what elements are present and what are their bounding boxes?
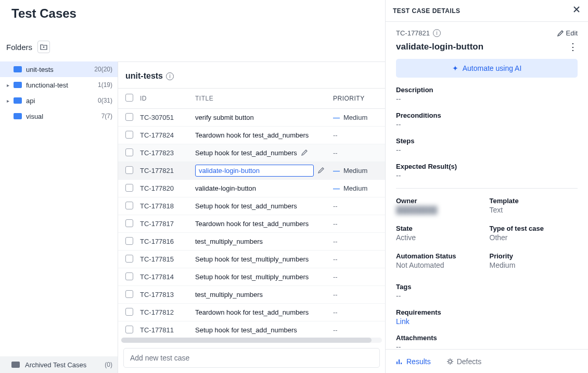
- sidebar-folder-api[interactable]: ▸api0(31): [0, 93, 118, 108]
- priority-value: Medium: [490, 261, 578, 269]
- title-edit-input[interactable]: [195, 165, 314, 177]
- select-all-checkbox[interactable]: [125, 94, 133, 102]
- row-id: TC-177824: [140, 131, 195, 139]
- table-row[interactable]: TC-177820validate-login-button—Medium: [118, 180, 385, 197]
- close-button[interactable]: [572, 5, 581, 16]
- row-priority: --: [333, 131, 338, 139]
- info-icon[interactable]: i: [433, 29, 441, 37]
- row-id: TC-177814: [140, 273, 195, 281]
- row-priority: --: [333, 255, 338, 263]
- pencil-icon: [557, 30, 564, 36]
- edit-button[interactable]: Edit: [557, 29, 578, 37]
- row-priority: --: [333, 308, 338, 316]
- table-row[interactable]: TC-177815Setup hook for test_multiply_nu…: [118, 251, 385, 268]
- chart-icon: [396, 358, 403, 365]
- automate-ai-button[interactable]: ✦ Automate using AI: [396, 59, 578, 78]
- preconditions-label: Preconditions: [396, 111, 578, 119]
- priority-label: Priority: [490, 252, 578, 260]
- add-test-case-input[interactable]: Add new test case: [123, 348, 380, 368]
- requirements-link[interactable]: Link: [396, 317, 578, 326]
- row-id: TC-177815: [140, 255, 195, 263]
- sidebar-folder-functional-test[interactable]: ▸functional-test1(19): [0, 77, 118, 93]
- sidebar: Folders ▸unit-tests20(20)▸functional-tes…: [0, 35, 118, 373]
- table-row[interactable]: TC-177821—Medium: [118, 162, 385, 180]
- row-checkbox[interactable]: [125, 202, 133, 209]
- row-checkbox[interactable]: [125, 255, 133, 263]
- table-row[interactable]: TC-177811Setup hook for test_add_numbers…: [118, 321, 385, 335]
- folder-name: api: [26, 97, 98, 105]
- row-id: TC-177817: [140, 220, 195, 228]
- chevron-right-icon[interactable]: ▸: [4, 98, 11, 104]
- row-checkbox[interactable]: [125, 131, 133, 139]
- column-title: TITLE: [195, 95, 333, 102]
- row-title: test_multiply_numbers: [195, 238, 263, 245]
- row-title: verify submit button: [195, 114, 254, 121]
- row-checkbox[interactable]: [125, 326, 133, 333]
- row-checkbox[interactable]: [125, 166, 133, 174]
- pencil-icon[interactable]: [318, 167, 325, 175]
- attachments-value: --: [396, 343, 578, 349]
- table-row[interactable]: TC-177816test_multiply_numbers--: [118, 233, 385, 251]
- row-checkbox[interactable]: [125, 272, 133, 280]
- row-priority: --: [333, 220, 338, 228]
- main-panel: unit-tests i ID TITLE PRIORITY TC-307051…: [118, 61, 385, 373]
- sidebar-folder-unit-tests[interactable]: ▸unit-tests20(20): [0, 61, 118, 77]
- sidebar-folder-visual[interactable]: ▸visual7(7): [0, 108, 118, 124]
- horizontal-scrollbar[interactable]: [121, 338, 382, 343]
- row-id: TC-177821: [140, 167, 195, 175]
- details-panel: TEST CASE DETAILS TC-177821 i Edit valid…: [385, 0, 588, 373]
- test-case-title: validate-login-button: [396, 42, 568, 52]
- folder-icon: [14, 66, 22, 72]
- table-row[interactable]: TC-177818Setup hook for test_add_numbers…: [118, 197, 385, 215]
- sparkle-icon: ✦: [452, 64, 458, 72]
- archived-count: (0): [105, 361, 112, 368]
- table-header: ID TITLE PRIORITY: [118, 88, 385, 109]
- row-id: TC-177820: [140, 184, 195, 192]
- row-title: test_multiply_numbers: [195, 291, 263, 299]
- row-checkbox[interactable]: [125, 184, 133, 192]
- requirements-label: Requirements: [396, 308, 578, 316]
- row-title: validate-login-button: [195, 184, 256, 192]
- row-checkbox[interactable]: [125, 237, 133, 245]
- table-row[interactable]: TC-307051verify submit button—Medium: [118, 109, 385, 127]
- folder-plus-icon: [40, 44, 47, 50]
- row-priority: Medium: [343, 167, 367, 175]
- row-checkbox[interactable]: [125, 113, 133, 121]
- folder-name: unit-tests: [26, 66, 94, 73]
- row-id: TC-177816: [140, 238, 195, 245]
- automation-status-label: Automation Status: [396, 252, 484, 260]
- table-row[interactable]: TC-177812Teardown hook for test_add_numb…: [118, 304, 385, 321]
- folder-count: 1(19): [98, 81, 112, 89]
- tab-results[interactable]: Results: [396, 357, 431, 366]
- table-row[interactable]: TC-177824Teardown hook for test_add_numb…: [118, 127, 385, 144]
- owner-label: Owner: [396, 197, 484, 205]
- folder-count: 20(20): [94, 66, 112, 73]
- table-row[interactable]: TC-177813test_multiply_numbers--: [118, 286, 385, 304]
- add-folder-button[interactable]: [37, 41, 50, 53]
- tab-defects[interactable]: Defects: [446, 357, 481, 366]
- type-label: Type of test case: [490, 225, 578, 232]
- type-value: Other: [490, 233, 578, 242]
- pencil-icon[interactable]: [301, 149, 308, 157]
- row-title: Teardown hook for test_add_numbers: [195, 131, 309, 139]
- archived-test-cases[interactable]: Archived Test Cases (0): [0, 356, 118, 373]
- row-checkbox[interactable]: [125, 308, 133, 316]
- priority-indicator-icon: —: [333, 184, 339, 192]
- chevron-right-icon[interactable]: ▸: [4, 82, 11, 88]
- steps-label: Steps: [396, 137, 578, 145]
- row-checkbox[interactable]: [125, 148, 133, 156]
- folder-name: visual: [26, 113, 101, 120]
- table-row[interactable]: TC-177823Setup hook for test_add_numbers…: [118, 144, 385, 162]
- row-checkbox[interactable]: [125, 219, 133, 227]
- info-icon[interactable]: i: [166, 72, 174, 80]
- row-title: Teardown hook for test_add_numbers: [195, 220, 309, 228]
- row-checkbox[interactable]: [125, 290, 133, 298]
- main-heading: unit-tests: [125, 71, 163, 81]
- row-id: TC-177812: [140, 308, 195, 316]
- folder-name: functional-test: [26, 81, 98, 89]
- folder-icon: [14, 97, 22, 104]
- more-options-button[interactable]: ⋮: [568, 41, 578, 53]
- table-row[interactable]: TC-177814Setup hook for test_multiply_nu…: [118, 268, 385, 286]
- table-row[interactable]: TC-177817Teardown hook for test_add_numb…: [118, 215, 385, 233]
- description-value: --: [396, 95, 578, 103]
